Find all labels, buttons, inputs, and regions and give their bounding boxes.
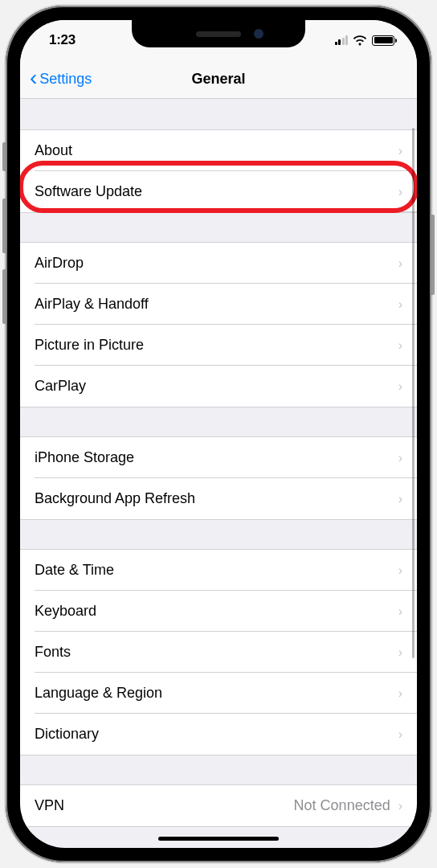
- item-label: AirDrop: [35, 255, 84, 272]
- section-gap: [20, 213, 417, 242]
- chevron-right-icon: ›: [398, 379, 402, 394]
- list-item-date-time[interactable]: Date & Time ›: [20, 550, 417, 591]
- list-item-airplay-handoff[interactable]: AirPlay & Handoff ›: [20, 284, 417, 325]
- content-scroll[interactable]: About › Software Update › AirDrop: [20, 99, 417, 848]
- battery-icon: [372, 35, 394, 46]
- status-time: 1:23: [49, 32, 76, 48]
- mute-switch: [2, 142, 6, 171]
- chevron-right-icon: ›: [398, 727, 402, 742]
- chevron-right-icon: ›: [398, 604, 402, 619]
- item-label: Dictionary: [35, 726, 99, 743]
- speaker: [196, 31, 241, 37]
- power-button: [431, 215, 435, 295]
- list-item-iphone-storage[interactable]: iPhone Storage ›: [20, 437, 417, 478]
- cellular-signal-icon: [335, 35, 349, 45]
- list-item-carplay[interactable]: CarPlay ›: [20, 366, 417, 407]
- section-gap: [20, 520, 417, 549]
- item-label: CarPlay: [35, 378, 86, 395]
- wifi-icon: [353, 35, 367, 46]
- notch: [132, 20, 305, 47]
- item-label: VPN: [35, 797, 64, 814]
- home-indicator[interactable]: [158, 837, 279, 841]
- section-gap: [20, 407, 417, 436]
- item-label: Software Update: [35, 183, 142, 200]
- item-label: iPhone Storage: [35, 449, 134, 466]
- list-item-software-update[interactable]: Software Update ›: [20, 171, 417, 212]
- list-item-background-app-refresh[interactable]: Background App Refresh ›: [20, 478, 417, 519]
- section-gap: [20, 755, 417, 784]
- list-group-4: Date & Time › Keyboard › Fonts › Languag…: [20, 549, 417, 755]
- chevron-right-icon: ›: [398, 297, 402, 312]
- page-title: General: [191, 71, 245, 88]
- list-item-language-region[interactable]: Language & Region ›: [20, 673, 417, 714]
- status-icons: [335, 35, 395, 46]
- item-label: Language & Region: [35, 685, 162, 702]
- list-item-airdrop[interactable]: AirDrop ›: [20, 243, 417, 284]
- nav-bar: ‹ Settings General: [20, 60, 417, 99]
- list-group-1: About › Software Update ›: [20, 129, 417, 213]
- chevron-right-icon: ›: [398, 492, 402, 506]
- chevron-right-icon: ›: [398, 451, 402, 465]
- chevron-right-icon: ›: [398, 563, 402, 578]
- list-item-dictionary[interactable]: Dictionary ›: [20, 714, 417, 755]
- list-item-keyboard[interactable]: Keyboard ›: [20, 591, 417, 632]
- volume-up-button: [2, 199, 6, 253]
- item-label: Background App Refresh: [35, 490, 195, 507]
- list-group-2: AirDrop › AirPlay & Handoff › Picture in…: [20, 242, 417, 407]
- phone-frame: 1:23 ‹ Settings Gen: [6, 6, 431, 862]
- item-value: Not Connected: [294, 797, 390, 814]
- list-item-picture-in-picture[interactable]: Picture in Picture ›: [20, 325, 417, 366]
- chevron-left-icon: ‹: [30, 67, 37, 89]
- section-gap: [20, 99, 417, 129]
- screen: 1:23 ‹ Settings Gen: [20, 20, 417, 848]
- item-label: About: [35, 142, 72, 159]
- list-group-3: iPhone Storage › Background App Refresh …: [20, 436, 417, 520]
- list-item-vpn[interactable]: VPN Not Connected ›: [20, 785, 417, 826]
- item-label: AirPlay & Handoff: [35, 296, 149, 313]
- chevron-right-icon: ›: [398, 799, 402, 813]
- list-item-about[interactable]: About ›: [20, 130, 417, 171]
- item-label: Fonts: [35, 644, 71, 661]
- chevron-right-icon: ›: [398, 338, 402, 353]
- volume-down-button: [2, 269, 6, 324]
- list-group-5: VPN Not Connected ›: [20, 784, 417, 827]
- chevron-right-icon: ›: [398, 144, 402, 158]
- scroll-indicator: [412, 128, 415, 658]
- item-label: Keyboard: [35, 603, 96, 620]
- front-camera: [254, 29, 263, 39]
- list-item-fonts[interactable]: Fonts ›: [20, 632, 417, 673]
- item-label: Date & Time: [35, 562, 114, 579]
- item-label: Picture in Picture: [35, 337, 144, 354]
- chevron-right-icon: ›: [398, 185, 402, 199]
- back-button[interactable]: ‹ Settings: [30, 69, 92, 89]
- chevron-right-icon: ›: [398, 686, 402, 701]
- back-label: Settings: [39, 71, 92, 88]
- chevron-right-icon: ›: [398, 256, 402, 271]
- chevron-right-icon: ›: [398, 645, 402, 660]
